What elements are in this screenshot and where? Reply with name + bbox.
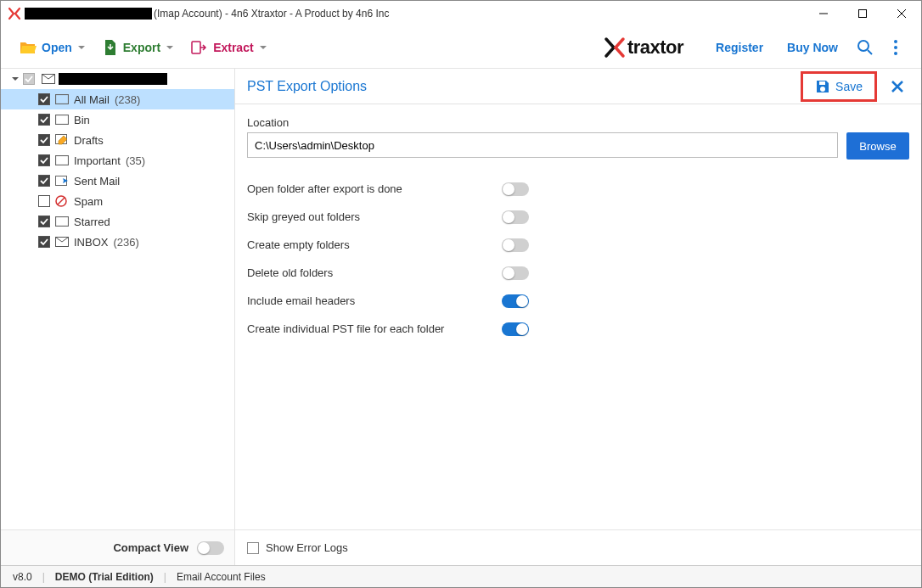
redacted-account-name	[59, 73, 167, 85]
svg-rect-9	[56, 156, 69, 165]
folder-checkbox[interactable]	[38, 114, 50, 126]
redacted-account	[25, 8, 152, 20]
option-toggle[interactable]	[502, 210, 529, 224]
option-row: Skip greyed out folders	[247, 203, 909, 231]
option-label: Create empty folders	[247, 238, 502, 251]
folder-checkbox[interactable]	[38, 216, 50, 227]
save-label: Save	[835, 80, 863, 93]
rect-icon	[55, 154, 69, 167]
option-label: Delete old folders	[247, 266, 502, 279]
svg-point-16	[820, 87, 825, 92]
panel-body: Location Browse Open folder after export…	[235, 104, 921, 529]
tree-item[interactable]: Drafts	[1, 130, 234, 150]
inbox-icon	[55, 235, 69, 249]
save-button[interactable]: Save	[808, 76, 869, 98]
show-error-logs-checkbox[interactable]	[247, 542, 259, 554]
panel-header: PST Export Options Save	[235, 69, 921, 104]
option-row: Create individual PST file for each fold…	[247, 315, 909, 343]
folder-label: Spam	[74, 195, 103, 208]
save-highlight: Save	[801, 71, 877, 102]
files-text: Email Account Files	[177, 571, 266, 583]
export-label: Export	[123, 41, 160, 54]
svg-line-4	[868, 50, 872, 54]
buy-now-link[interactable]: Buy Now	[787, 41, 838, 54]
title-text: (Imap Account) - 4n6 Xtraxtor - A Produc…	[154, 8, 389, 20]
option-row: Create empty folders	[247, 231, 909, 259]
brand-text: traxtor	[627, 36, 683, 59]
location-input[interactable]	[247, 132, 838, 158]
rect-icon	[55, 92, 69, 106]
tree-item[interactable]: Sent Mail	[1, 171, 234, 191]
app-icon	[8, 7, 21, 20]
svg-rect-1	[859, 10, 867, 18]
demo-text: DEMO (Trial Edition)	[55, 571, 154, 583]
more-icon	[894, 40, 897, 55]
tree-item[interactable]: Spam	[1, 191, 234, 211]
titlebar: (Imap Account) - 4n6 Xtraxtor - A Produc…	[1, 1, 921, 26]
option-toggle[interactable]	[502, 238, 529, 252]
folder-checkbox[interactable]	[38, 236, 50, 248]
rect-icon	[55, 113, 69, 126]
more-button[interactable]	[880, 32, 911, 63]
option-toggle[interactable]	[502, 322, 529, 336]
tree-item[interactable]: All Mail (238)	[1, 89, 234, 109]
browse-button[interactable]: Browse	[846, 132, 909, 160]
toolbar: Open Export Extract traxtor Register Buy…	[1, 26, 921, 69]
tree-item[interactable]: Bin	[1, 109, 234, 130]
search-button[interactable]	[850, 32, 880, 63]
folder-checkbox[interactable]	[38, 93, 50, 105]
export-button[interactable]: Export	[94, 34, 183, 61]
sidebar: All Mail (238)BinDraftsImportant (35)Sen…	[1, 69, 235, 565]
maximize-button[interactable]	[843, 1, 882, 26]
svg-rect-7	[56, 115, 69, 125]
folder-checkbox[interactable]	[38, 175, 50, 187]
compact-view-toggle[interactable]	[197, 541, 224, 555]
folder-checkbox[interactable]	[38, 195, 50, 207]
location-label: Location	[247, 116, 909, 129]
svg-rect-15	[819, 81, 825, 85]
statusbar: v8.0 | DEMO (Trial Edition) | Email Acco…	[1, 565, 921, 587]
option-row: Open folder after export is done	[247, 175, 909, 203]
register-link[interactable]: Register	[716, 41, 763, 54]
svg-rect-13	[56, 217, 69, 227]
folder-count: (238)	[115, 93, 140, 106]
option-toggle[interactable]	[502, 182, 529, 196]
caret-down-icon	[11, 75, 20, 83]
minimize-button[interactable]	[804, 1, 843, 26]
option-label: Skip greyed out folders	[247, 210, 502, 223]
tree-item[interactable]: INBOX (236)	[1, 232, 234, 252]
sent-icon	[55, 174, 69, 188]
folder-label: Important	[74, 154, 121, 167]
save-icon	[815, 79, 830, 94]
folder-checkbox[interactable]	[38, 134, 50, 146]
option-row: Delete old folders	[247, 259, 909, 287]
tree-item[interactable]: Starred	[1, 211, 234, 232]
brand-x-icon	[604, 36, 626, 59]
sidebar-footer: Compact View	[1, 529, 234, 565]
panel-footer: Show Error Logs	[235, 529, 921, 565]
folder-count: (236)	[113, 236, 138, 249]
open-label: Open	[42, 41, 72, 54]
option-row: Include email headers	[247, 287, 909, 315]
caret-down-icon	[259, 43, 267, 52]
option-label: Include email headers	[247, 294, 502, 307]
folder-label: Starred	[74, 216, 110, 228]
option-label: Open folder after export is done	[247, 182, 502, 195]
open-button[interactable]: Open	[11, 35, 94, 60]
main-panel: PST Export Options Save Location Browse …	[235, 69, 921, 565]
root-checkbox[interactable]	[23, 73, 35, 85]
folder-checkbox[interactable]	[38, 154, 50, 166]
svg-rect-2	[192, 42, 200, 53]
tree-item[interactable]: Important (35)	[1, 150, 234, 171]
tree-root[interactable]	[1, 69, 234, 89]
option-label: Create individual PST file for each fold…	[247, 322, 502, 335]
close-panel-button[interactable]	[885, 75, 909, 98]
option-toggle[interactable]	[502, 294, 529, 308]
close-button[interactable]	[882, 1, 921, 26]
extract-button[interactable]: Extract	[183, 36, 275, 59]
svg-point-3	[858, 41, 869, 51]
folder-label: Drafts	[74, 134, 104, 147]
folder-label: INBOX	[74, 236, 108, 249]
compact-view-label: Compact View	[113, 541, 188, 554]
option-toggle[interactable]	[502, 266, 529, 280]
